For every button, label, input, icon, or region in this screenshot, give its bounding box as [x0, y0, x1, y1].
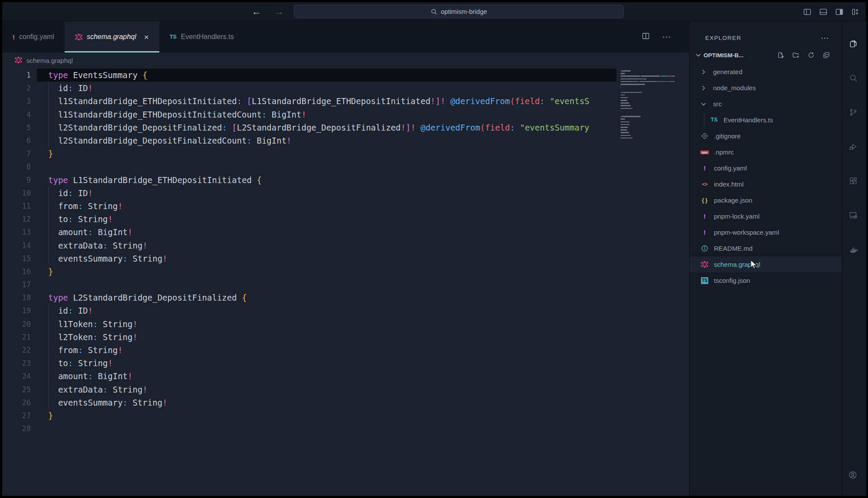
collapse-folders-icon[interactable]	[822, 51, 830, 59]
code-line-16[interactable]: 16}	[2, 265, 689, 278]
customize-layout-icon[interactable]	[851, 7, 860, 16]
code-line-21[interactable]: 21 l2Token: String!	[2, 331, 689, 344]
code-line-text: type L2StandardBridge_DepositFinalized {	[48, 293, 247, 302]
toggle-panel-left-icon[interactable]	[803, 7, 812, 16]
code-line-3[interactable]: 3 l1StandardBridge_ETHDepositInitiated: …	[2, 95, 689, 108]
file-tree: generatednode_modulessrcTSEventHandlers.…	[690, 63, 842, 496]
line-number: 13	[2, 228, 31, 236]
line-number: 8	[2, 162, 31, 171]
code-line-text: l1Token: String!	[48, 319, 138, 329]
code-line-6[interactable]: 6 l2StandardBridge_DepositFinalizedCount…	[2, 134, 689, 147]
tsbox-icon: TS	[700, 277, 709, 284]
tree-item-pnpm-workspace-yaml[interactable]: !pnpm-workspace.yaml	[690, 224, 842, 240]
tree-item-node-modules[interactable]: node_modules	[690, 80, 842, 96]
code-line-20[interactable]: 20 l1Token: String!	[2, 318, 689, 331]
code-line-14[interactable]: 14 extraData: String!	[2, 239, 689, 252]
code-line-17[interactable]: 17	[2, 278, 689, 291]
code-line-11[interactable]: 11 from: String!	[2, 200, 689, 213]
tree-item-label: node_modules	[713, 84, 756, 92]
tab-eventhandlers-ts[interactable]: TS EventHandlers.ts	[159, 21, 244, 52]
docker-icon[interactable]	[849, 245, 859, 256]
tree-item-generated[interactable]: generated	[690, 64, 842, 80]
code-line-text: eventsSummary: String!	[48, 398, 168, 407]
yaml-icon: !	[13, 34, 15, 40]
code-line-23[interactable]: 23 to: String!	[2, 357, 689, 370]
code-line-text: amount: BigInt!	[48, 371, 133, 381]
run-debug-icon[interactable]	[849, 142, 859, 153]
tree-item-src[interactable]: src	[690, 96, 842, 112]
tree-item-label: index.html	[714, 180, 743, 188]
minimap[interactable]	[621, 70, 679, 145]
line-number: 19	[2, 306, 31, 315]
close-tab-icon[interactable]: ×	[144, 33, 149, 41]
tree-item-schema-graphql[interactable]: schema.graphql	[690, 256, 842, 272]
code-line-13[interactable]: 13 amount: BigInt!	[2, 226, 689, 239]
code-line-24[interactable]: 24 amount: BigInt!	[2, 370, 689, 383]
toggle-panel-bottom-icon[interactable]	[819, 7, 828, 16]
new-file-icon[interactable]	[777, 51, 785, 59]
code-line-26[interactable]: 26 eventsSummary: String!	[2, 396, 689, 409]
line-number: 1	[2, 71, 31, 79]
explorer-title: EXPLORER	[705, 35, 741, 41]
account-icon[interactable]	[848, 471, 860, 482]
code-line-10[interactable]: 10 id: ID!	[2, 187, 689, 200]
tree-item-readme-md[interactable]: README.md	[690, 240, 842, 256]
tree-item-package-json[interactable]: { }package.json	[690, 192, 842, 208]
more-actions-icon[interactable]: ⋯	[662, 32, 672, 42]
source-control-icon[interactable]	[849, 108, 859, 118]
code-line-28[interactable]: 28	[2, 422, 689, 435]
json-icon: { }	[700, 198, 709, 203]
tree-item-eventhandlers-ts[interactable]: TSEventHandlers.ts	[690, 112, 842, 128]
new-folder-icon[interactable]	[792, 51, 800, 59]
code-line-19[interactable]: 19 id: ID!	[2, 304, 689, 317]
line-number: 6	[2, 136, 31, 145]
code-line-2[interactable]: 2 id: ID!	[2, 82, 689, 95]
tree-item-label: src	[713, 100, 722, 108]
code-line-15[interactable]: 15 eventsSummary: String!	[2, 252, 689, 265]
graphql-icon	[15, 56, 22, 65]
tree-item-tsconfig-json[interactable]: TStsconfig.json	[690, 272, 842, 288]
extensions-icon[interactable]	[849, 177, 859, 187]
line-number: 16	[2, 267, 31, 276]
code-line-27[interactable]: 27}	[2, 409, 689, 422]
explorer-more-icon[interactable]: ⋯	[821, 33, 829, 43]
command-center-search[interactable]: optimism-bridge	[294, 5, 624, 18]
code-line-text: }	[48, 149, 53, 158]
tree-item-label: package.json	[714, 197, 752, 204]
workspace-section-header[interactable]: OPTIMISM-B...	[690, 47, 842, 63]
code-line-1[interactable]: 1type EventsSummary {	[2, 69, 689, 82]
code-line-8[interactable]: 8	[2, 160, 689, 173]
code-line-7[interactable]: 7}	[2, 147, 689, 160]
tab-config-yaml[interactable]: ! config.yaml	[2, 21, 65, 52]
breadcrumb[interactable]: schema.graphql	[2, 52, 689, 69]
tree-item-config-yaml[interactable]: !config.yaml	[690, 160, 842, 176]
tree-item-npmrc[interactable]: npm.npmrc	[690, 144, 842, 160]
tree-item-label: tsconfig.json	[714, 277, 750, 284]
yaml-icon: !	[700, 229, 709, 236]
code-line-12[interactable]: 12 to: String!	[2, 213, 689, 226]
code-line-22[interactable]: 22 from: String!	[2, 344, 689, 357]
split-editor-icon[interactable]	[641, 32, 650, 42]
code-line-18[interactable]: 18type L2StandardBridge_DepositFinalized…	[2, 291, 689, 304]
title-bar: ← → optimism-bridge	[2, 2, 866, 21]
remote-explorer-icon[interactable]	[849, 211, 859, 221]
npm-icon: npm	[700, 149, 709, 156]
code-line-9[interactable]: 9type L1StandardBridge_ETHDepositInitiat…	[2, 174, 689, 187]
code-line-text: id: ID!	[48, 83, 93, 93]
code-line-25[interactable]: 25 extraData: String!	[2, 383, 689, 396]
toggle-sidebar-right-icon[interactable]	[835, 7, 844, 16]
navigate-back-button[interactable]: ←	[252, 6, 261, 17]
refresh-explorer-icon[interactable]	[807, 51, 815, 59]
explorer-view-icon[interactable]	[849, 39, 859, 50]
tab-schema-graphql[interactable]: schema.graphql ×	[65, 21, 159, 52]
code-line-5[interactable]: 5 l2StandardBridge_DepositFinalized: [L2…	[2, 121, 689, 134]
code-editor[interactable]: 1type EventsSummary {2 id: ID!3 l1Standa…	[2, 69, 689, 496]
search-view-icon[interactable]	[849, 74, 859, 84]
navigate-forward-button[interactable]: →	[274, 6, 284, 17]
graphql-icon	[75, 33, 82, 41]
tree-item-pnpm-lock-yaml[interactable]: !pnpm-lock.yaml	[690, 208, 842, 224]
tree-item-index-html[interactable]: <>index.html	[690, 176, 842, 192]
tree-item-gitignore[interactable]: .gitignore	[690, 128, 842, 144]
tree-item-label: generated	[713, 68, 743, 75]
code-line-4[interactable]: 4 l1StandardBridge_ETHDepositInitiatedCo…	[2, 108, 689, 121]
